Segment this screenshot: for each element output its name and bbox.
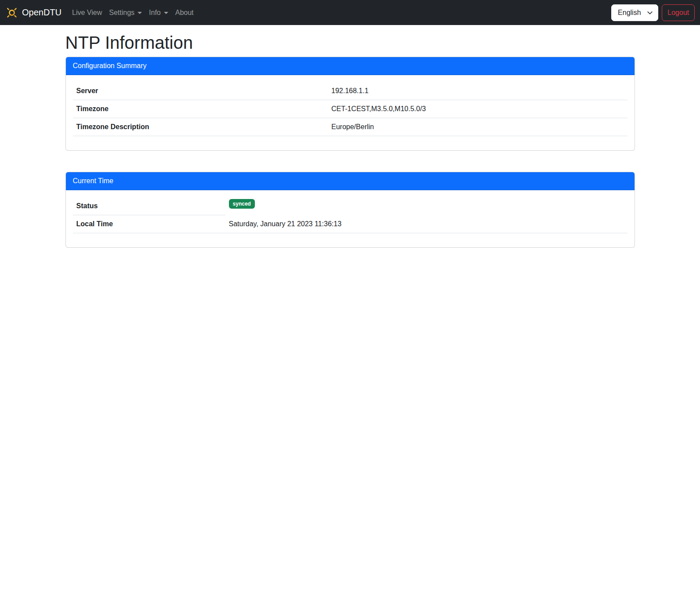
table-row: Server 192.168.1.1	[73, 82, 627, 100]
row-label-status: Status	[73, 197, 225, 215]
nav-item-label: Settings	[109, 9, 134, 17]
brand-link[interactable]: OpenDTU	[5, 6, 62, 19]
row-value-local-time: Saturday, January 21 2023 11:36:13	[225, 215, 627, 233]
row-value-timezone-description: Europe/Berlin	[328, 118, 627, 136]
configuration-summary-header: Configuration Summary	[66, 57, 635, 75]
caret-down-icon	[164, 12, 168, 14]
row-value-status: synced	[225, 197, 627, 215]
row-value-server: 192.168.1.1	[328, 82, 627, 100]
logout-button[interactable]: Logout	[662, 4, 695, 21]
row-label-server: Server	[73, 82, 328, 100]
caret-down-icon	[138, 12, 142, 14]
table-row: Timezone CET-1CEST,M3.5.0,M10.5.0/3	[73, 100, 627, 118]
row-label-timezone: Timezone	[73, 100, 328, 118]
nav-item-label: About	[175, 9, 194, 17]
nav-item-about[interactable]: About	[172, 5, 197, 20]
table-row: Local Time Saturday, January 21 2023 11:…	[73, 215, 627, 233]
nav-item-live-view[interactable]: Live View	[69, 5, 105, 20]
status-badge: synced	[229, 199, 255, 209]
navbar: OpenDTU Live View Settings Info About En…	[0, 0, 700, 25]
sun-logo-icon	[5, 6, 18, 19]
current-time-body: Status synced Local Time Saturday, Janua…	[66, 190, 635, 247]
page-title: NTP Information	[65, 32, 635, 53]
chevron-down-icon	[647, 10, 653, 16]
table-row: Timezone Description Europe/Berlin	[73, 118, 627, 136]
nav-item-label: Live View	[72, 9, 102, 17]
row-label-timezone-description: Timezone Description	[73, 118, 328, 136]
configuration-summary-card: Configuration Summary Server 192.168.1.1…	[65, 57, 635, 151]
main-content: NTP Information Configuration Summary Se…	[60, 25, 640, 248]
nav-item-settings[interactable]: Settings	[105, 5, 145, 20]
current-time-card: Current Time Status synced Local Time Sa…	[65, 172, 635, 248]
brand-label: OpenDTU	[22, 7, 62, 18]
current-time-table: Status synced Local Time Saturday, Janua…	[73, 197, 627, 233]
row-label-local-time: Local Time	[73, 215, 225, 233]
language-select[interactable]: English	[611, 4, 658, 21]
row-value-timezone: CET-1CEST,M3.5.0,M10.5.0/3	[328, 100, 627, 118]
navbar-right: English Logout	[611, 4, 695, 21]
nav-menu: Live View Settings Info About	[69, 5, 611, 20]
nav-item-info[interactable]: Info	[145, 5, 172, 20]
configuration-summary-body: Server 192.168.1.1 Timezone CET-1CEST,M3…	[66, 75, 635, 150]
table-row: Status synced	[73, 197, 627, 215]
configuration-summary-table: Server 192.168.1.1 Timezone CET-1CEST,M3…	[73, 82, 627, 136]
current-time-header: Current Time	[66, 172, 635, 190]
language-selected-value: English	[618, 9, 641, 17]
nav-item-label: Info	[149, 9, 161, 17]
